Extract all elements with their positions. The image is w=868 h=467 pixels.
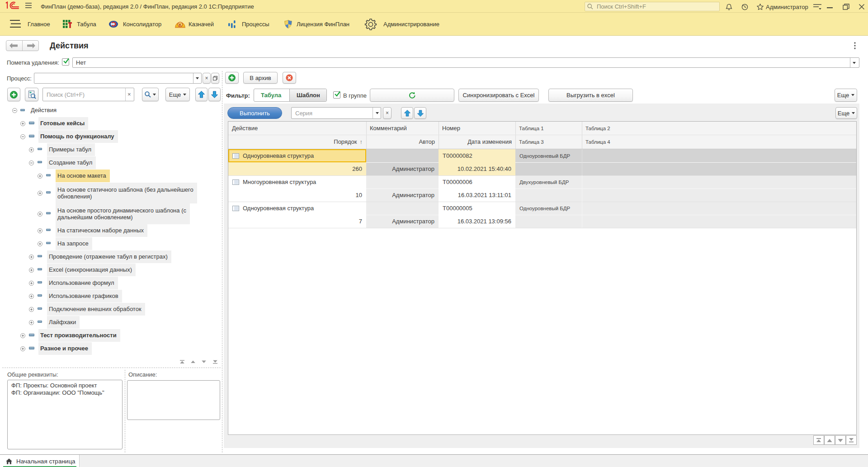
svg-text:К: К (179, 22, 182, 27)
